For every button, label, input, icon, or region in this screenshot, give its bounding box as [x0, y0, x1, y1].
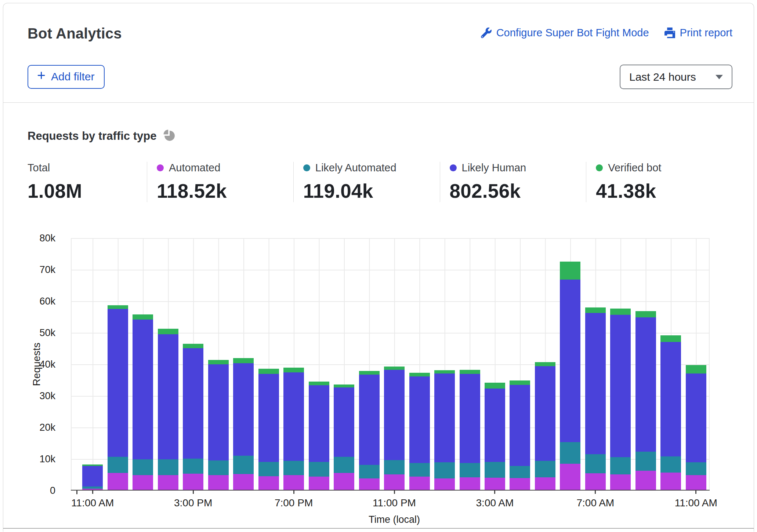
bar-segment-automated	[535, 477, 555, 490]
bar-segment-automated	[82, 489, 103, 490]
bar-segment-verified-bot	[610, 309, 631, 314]
bar-segment-automated	[283, 475, 304, 490]
bar-segment-likely-human	[158, 334, 178, 459]
bar-segment-likely-automated	[434, 462, 455, 478]
bar-segment-verified-bot	[384, 367, 405, 370]
bar-segment-automated	[485, 478, 505, 490]
stacked-bar	[183, 344, 203, 490]
plot-area: Time (local) 11:00 AM3:00 PM7:00 PM11:00…	[71, 238, 710, 491]
printer-icon	[664, 28, 675, 38]
bar-slot	[80, 238, 105, 490]
stat-value: 802.56k	[450, 180, 586, 202]
stat-likely-human: Likely Human 802.56k	[440, 162, 586, 202]
bar-segment-verified-bot	[158, 329, 178, 334]
bar-slot	[356, 238, 381, 490]
stacked-bar	[510, 380, 530, 490]
bar-segment-likely-automated	[258, 462, 279, 476]
bar-segment-verified-bot	[108, 305, 128, 309]
stat-value: 118.52k	[157, 180, 293, 202]
bar-segment-automated	[108, 473, 128, 490]
stat-label: Likely Human	[450, 162, 586, 174]
stacked-bar	[309, 382, 329, 490]
bar-slot	[382, 238, 407, 490]
bar-segment-automated	[610, 474, 631, 490]
bar-slot	[583, 238, 608, 490]
stacked-bar	[108, 305, 128, 490]
stats-row: Total 1.08M Automated 118.52k Likely Aut…	[3, 162, 754, 202]
stacked-bar	[660, 335, 681, 490]
bar-segment-verified-bot	[283, 368, 304, 372]
bar-segment-likely-automated	[384, 460, 405, 474]
bar-segment-likely-human	[686, 374, 706, 463]
bar-segment-automated	[208, 475, 229, 490]
time-range-select[interactable]: Last 24 hours	[620, 65, 732, 89]
bar-segment-verified-bot	[585, 307, 606, 313]
add-filter-button[interactable]: Add filter	[28, 65, 105, 89]
bar-segment-likely-human	[133, 320, 153, 459]
bar-slot	[507, 238, 532, 490]
stacked-bar	[258, 369, 279, 490]
bar-segment-likely-human	[460, 374, 480, 463]
bar-segment-likely-human	[258, 374, 279, 462]
x-tick-label: 11:00 AM	[675, 497, 717, 509]
bar-segment-automated	[334, 473, 354, 490]
configure-link-label: Configure Super Bot Fight Mode	[496, 27, 649, 39]
bar-segment-verified-bot	[334, 385, 354, 388]
verified-bot-legend-dot	[596, 164, 603, 171]
add-filter-label: Add filter	[51, 70, 94, 83]
bar-slot	[332, 238, 356, 490]
y-tick-label: 20k	[39, 422, 55, 433]
bar-segment-automated	[233, 474, 254, 490]
stat-likely-automated: Likely Automated 119.04k	[293, 162, 440, 202]
bar-segment-automated	[585, 473, 606, 490]
x-tick-mark	[193, 491, 194, 494]
bar-segment-verified-bot	[309, 382, 329, 385]
bar-segment-likely-automated	[510, 466, 530, 478]
automated-legend-dot	[157, 164, 164, 171]
section-title-row: Requests by traffic type	[28, 128, 754, 143]
stacked-bar	[635, 311, 656, 490]
bar-segment-likely-automated	[233, 456, 254, 474]
header-links: Configure Super Bot Fight Mode Print rep…	[481, 27, 732, 39]
stacked-bar	[82, 464, 103, 490]
bar-segment-likely-automated	[485, 462, 505, 478]
stacked-bar	[686, 365, 706, 490]
bar-segment-likely-human	[510, 385, 530, 466]
bar-slot	[130, 238, 155, 490]
likely-automated-legend-dot	[303, 164, 310, 171]
pie-chart-icon	[162, 128, 176, 143]
print-report-link[interactable]: Print report	[664, 27, 732, 39]
bar-segment-automated	[183, 474, 203, 490]
bar-slot	[558, 238, 583, 490]
card-bottom-strip	[3, 529, 754, 532]
configure-super-bot-fight-mode-link[interactable]: Configure Super Bot Fight Mode	[481, 27, 649, 39]
bar-segment-likely-automated	[460, 463, 480, 478]
stat-label: Likely Automated	[303, 162, 440, 174]
bar-segment-likely-human	[334, 387, 354, 456]
bar-segment-likely-human	[208, 364, 229, 460]
bar-segment-likely-human	[610, 315, 631, 458]
bar-segment-verified-bot	[686, 365, 706, 373]
bar-segment-likely-automated	[610, 457, 631, 474]
bar-segment-likely-human	[434, 374, 455, 463]
bar-slot	[432, 238, 457, 490]
section-title: Requests by traffic type	[28, 130, 156, 143]
bar-segment-automated	[359, 478, 380, 490]
bar-segment-automated	[660, 473, 681, 490]
bar-segment-verified-bot	[535, 362, 555, 366]
bar-slot	[256, 238, 281, 490]
time-range-value: Last 24 hours	[629, 71, 696, 83]
bars-layer	[80, 238, 709, 490]
stacked-bar	[610, 309, 631, 490]
bar-segment-likely-human	[283, 372, 304, 461]
bar-slot	[155, 238, 180, 490]
bar-segment-automated	[258, 476, 279, 490]
bar-segment-likely-human	[82, 466, 103, 487]
y-axis-labels: 010k20k30k40k50k60k70k80k	[19, 238, 55, 491]
stacked-bar	[460, 370, 480, 490]
bar-segment-likely-automated	[133, 459, 153, 475]
bar-segment-likely-automated	[635, 452, 656, 471]
stat-label: Verified bot	[596, 162, 732, 174]
stacked-bar	[560, 262, 580, 490]
x-tick-mark	[92, 491, 93, 494]
